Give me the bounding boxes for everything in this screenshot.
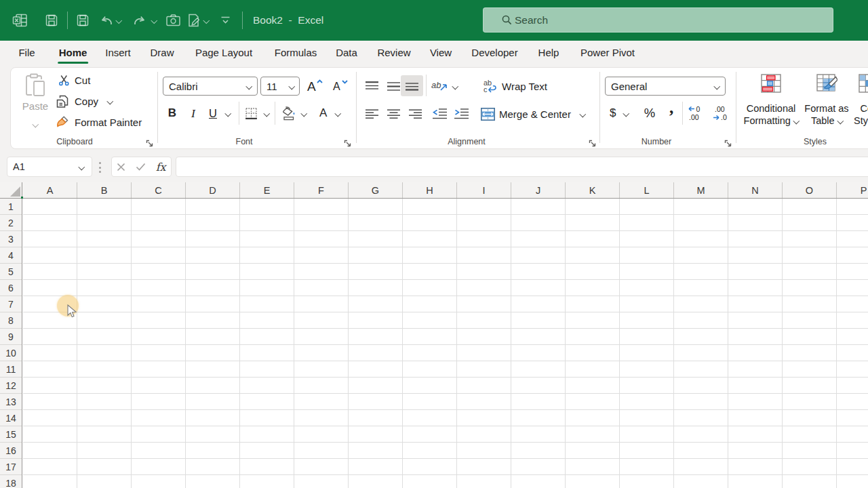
formula-input[interactable] (176, 157, 868, 177)
font-dialog-launcher[interactable] (343, 139, 353, 148)
orientation-button[interactable]: ab (431, 76, 458, 96)
percent-style-button[interactable]: % (640, 104, 659, 122)
row-header-10[interactable]: 10 (0, 345, 22, 361)
menu-tab-developer[interactable]: Developer (471, 41, 517, 65)
decrease-font-size-button[interactable]: A (330, 77, 350, 96)
align-left-button[interactable] (361, 104, 382, 124)
bold-button[interactable]: B (164, 104, 180, 122)
column-header-M[interactable]: M (674, 182, 728, 198)
paste-button[interactable]: Paste (20, 72, 50, 133)
select-all-corner[interactable] (0, 182, 22, 198)
name-box[interactable]: A1 (7, 157, 92, 177)
underline-dropdown-chevron-icon[interactable] (225, 110, 231, 116)
alignment-dialog-launcher[interactable] (588, 139, 597, 148)
row-header-6[interactable]: 6 (0, 280, 22, 296)
comma-style-button[interactable]: , (663, 99, 679, 117)
top-align-button[interactable] (361, 76, 382, 96)
decrease-decimal-button[interactable]: .00 .0 (711, 103, 730, 123)
redo-dropdown-chevron-icon[interactable] (152, 18, 157, 23)
menu-tab-help[interactable]: Help (538, 41, 559, 65)
font-color-button[interactable]: A (317, 104, 340, 122)
column-header-O[interactable]: O (783, 182, 837, 198)
column-header-A[interactable]: A (23, 182, 77, 198)
redo-icon[interactable] (132, 13, 147, 28)
borders-button[interactable] (245, 104, 269, 122)
menu-tab-data[interactable]: Data (336, 41, 357, 65)
cut-button[interactable]: Cut (57, 70, 90, 89)
italic-button[interactable]: I (186, 104, 201, 122)
increase-indent-button[interactable] (451, 104, 471, 124)
undo-icon[interactable] (99, 13, 114, 28)
cancel-icon[interactable] (117, 163, 125, 171)
menu-tab-home[interactable]: Home (59, 41, 87, 65)
align-right-button[interactable] (405, 104, 425, 124)
align-center-button[interactable] (383, 104, 403, 124)
row-header-8[interactable]: 8 (0, 312, 22, 329)
row-header-12[interactable]: 12 (0, 378, 22, 394)
increase-font-size-button[interactable]: A (304, 77, 326, 96)
column-header-P[interactable]: P (837, 182, 868, 198)
fill-color-dropdown-chevron-icon[interactable] (301, 110, 307, 116)
column-header-N[interactable]: N (728, 182, 783, 198)
save-icon[interactable] (44, 13, 59, 28)
menu-tab-draw[interactable]: Draw (150, 41, 174, 65)
format-as-table-button[interactable]: Format as Table (803, 74, 850, 127)
decrease-indent-button[interactable] (429, 104, 450, 124)
column-header-C[interactable]: C (132, 182, 186, 198)
accounting-dropdown-chevron-icon[interactable] (623, 110, 629, 116)
row-header-11[interactable]: 11 (0, 361, 22, 378)
row-header-9[interactable]: 9 (0, 329, 22, 345)
ink-document-icon[interactable] (186, 13, 201, 28)
menu-tab-power-pivot[interactable]: Power Pivot (580, 41, 635, 65)
menu-tab-view[interactable]: View (430, 41, 452, 65)
menu-tab-insert[interactable]: Insert (105, 41, 131, 65)
customize-quick-access-icon[interactable] (220, 16, 231, 25)
row-header-4[interactable]: 4 (0, 247, 22, 264)
column-header-F[interactable]: F (294, 182, 349, 198)
column-header-K[interactable]: K (566, 182, 620, 198)
column-header-B[interactable]: B (77, 182, 132, 198)
copy-button[interactable]: Copy (54, 92, 113, 110)
save-icon-2[interactable] (75, 13, 90, 28)
underline-button[interactable]: U (206, 104, 230, 122)
format-painter-button[interactable]: Format Painter (54, 113, 142, 131)
row-header-2[interactable]: 2 (0, 215, 22, 231)
enter-icon[interactable] (136, 163, 146, 171)
column-header-I[interactable]: I (457, 182, 511, 198)
column-header-H[interactable]: H (403, 182, 457, 198)
menu-tab-review[interactable]: Review (377, 41, 410, 65)
wrap-text-button[interactable]: ab c Wrap Text (483, 76, 547, 96)
column-header-J[interactable]: J (511, 182, 566, 198)
increase-decimal-button[interactable]: 0 .00 (686, 103, 705, 123)
menu-tab-formulas[interactable]: Formulas (275, 41, 317, 65)
column-header-E[interactable]: E (240, 182, 294, 198)
clipboard-dialog-launcher[interactable] (145, 139, 155, 148)
conditional-formatting-button[interactable]: Conditional Formatting (743, 74, 799, 127)
row-header-14[interactable]: 14 (0, 410, 22, 426)
column-header-L[interactable]: L (620, 182, 674, 198)
row-header-15[interactable]: 15 (0, 426, 22, 443)
ink-dropdown-chevron-icon[interactable] (204, 18, 209, 23)
row-header-13[interactable]: 13 (0, 394, 22, 410)
row-header-7[interactable]: 7 (0, 296, 22, 312)
row-header-17[interactable]: 17 (0, 459, 22, 475)
font-color-dropdown-chevron-icon[interactable] (335, 110, 341, 116)
column-header-D[interactable]: D (186, 182, 240, 198)
row-header-16[interactable]: 16 (0, 443, 22, 459)
row-header-18[interactable]: 18 (0, 475, 22, 488)
bottom-align-button[interactable] (401, 75, 423, 96)
merge-center-button[interactable]: Merge & Center (480, 104, 585, 124)
row-header-5[interactable]: 5 (0, 264, 22, 280)
font-name-combo[interactable]: Calibri (163, 77, 258, 96)
insert-function-button[interactable]: fx (156, 161, 166, 174)
cell-grid[interactable] (23, 199, 868, 488)
excel-logo-icon[interactable] (12, 13, 28, 28)
menu-tab-page-layout[interactable]: Page Layout (195, 41, 252, 65)
font-size-combo[interactable]: 11 (260, 77, 300, 96)
menu-tab-file[interactable]: File (18, 41, 35, 65)
column-header-G[interactable]: G (349, 182, 403, 198)
number-format-combo[interactable]: General (605, 77, 726, 96)
undo-dropdown-chevron-icon[interactable] (117, 18, 121, 23)
orientation-dropdown-chevron-icon[interactable] (452, 83, 458, 89)
cell-styles-button[interactable]: Cell Styles (854, 74, 868, 127)
